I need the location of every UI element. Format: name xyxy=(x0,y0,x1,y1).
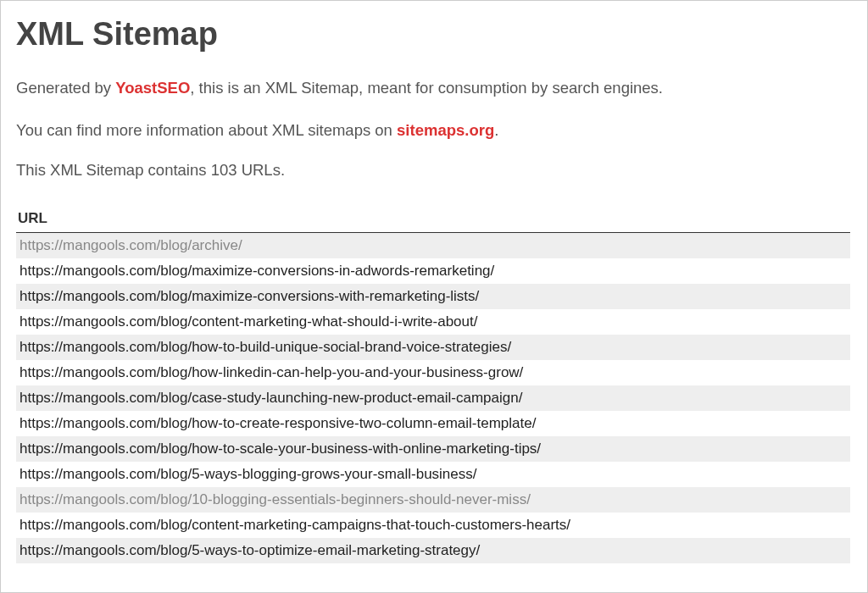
intro2-prefix: You can find more information about XML … xyxy=(16,121,397,139)
url-cell: https://mangools.com/blog/maximize-conve… xyxy=(16,284,850,309)
table-row: https://mangools.com/blog/content-market… xyxy=(16,309,850,335)
table-row: https://mangools.com/blog/5-ways-bloggin… xyxy=(16,462,850,487)
url-cell: https://mangools.com/blog/how-to-scale-y… xyxy=(16,436,850,462)
sitemap-url-link[interactable]: https://mangools.com/blog/how-to-create-… xyxy=(19,415,536,431)
table-row: https://mangools.com/blog/case-study-lau… xyxy=(16,385,850,411)
url-cell: https://mangools.com/blog/maximize-conve… xyxy=(16,258,850,284)
sitemap-url-link[interactable]: https://mangools.com/blog/10-blogging-es… xyxy=(19,491,531,507)
table-row: https://mangools.com/blog/maximize-conve… xyxy=(16,284,850,309)
url-cell: https://mangools.com/blog/5-ways-to-opti… xyxy=(16,538,850,563)
sitemap-url-link[interactable]: https://mangools.com/blog/how-linkedin-c… xyxy=(19,364,523,380)
intro-middle: , this is an XML Sitemap, meant for cons… xyxy=(190,79,663,97)
url-cell: https://mangools.com/blog/how-to-build-u… xyxy=(16,335,850,360)
url-cell: https://mangools.com/blog/content-market… xyxy=(16,309,850,335)
sitemap-url-link[interactable]: https://mangools.com/blog/maximize-conve… xyxy=(19,263,494,279)
url-cell: https://mangools.com/blog/content-market… xyxy=(16,513,850,538)
table-row: https://mangools.com/blog/5-ways-to-opti… xyxy=(16,538,850,563)
table-header-url: URL xyxy=(16,205,850,233)
url-count-line: This XML Sitemap contains 103 URLs. xyxy=(16,161,850,180)
sitemap-table: URL https://mangools.com/blog/archive/ht… xyxy=(16,205,850,563)
sitemap-url-link[interactable]: https://mangools.com/blog/how-to-scale-y… xyxy=(19,441,541,457)
sitemap-url-link[interactable]: https://mangools.com/blog/5-ways-to-opti… xyxy=(19,542,480,558)
sitemap-url-link[interactable]: https://mangools.com/blog/archive/ xyxy=(19,237,242,253)
sitemap-url-link[interactable]: https://mangools.com/blog/maximize-conve… xyxy=(19,288,479,304)
yoastseo-link[interactable]: YoastSEO xyxy=(115,79,190,97)
table-row: https://mangools.com/blog/maximize-conve… xyxy=(16,258,850,284)
url-cell: https://mangools.com/blog/5-ways-bloggin… xyxy=(16,462,850,487)
table-row: https://mangools.com/blog/how-to-create-… xyxy=(16,411,850,436)
table-row: https://mangools.com/blog/content-market… xyxy=(16,513,850,538)
table-row: https://mangools.com/blog/archive/ xyxy=(16,232,850,258)
sitemap-table-body: https://mangools.com/blog/archive/https:… xyxy=(16,232,850,563)
url-cell: https://mangools.com/blog/archive/ xyxy=(16,232,850,258)
table-row: https://mangools.com/blog/how-to-scale-y… xyxy=(16,436,850,462)
sitemap-url-link[interactable]: https://mangools.com/blog/case-study-lau… xyxy=(19,390,522,406)
sitemap-url-link[interactable]: https://mangools.com/blog/content-market… xyxy=(19,517,570,533)
url-cell: https://mangools.com/blog/how-to-create-… xyxy=(16,411,850,436)
sitemap-container: XML Sitemap Generated by YoastSEO, this … xyxy=(1,1,867,563)
page-title: XML Sitemap xyxy=(16,16,850,53)
table-row: https://mangools.com/blog/how-to-build-u… xyxy=(16,335,850,360)
sitemap-url-link[interactable]: https://mangools.com/blog/5-ways-bloggin… xyxy=(19,466,477,482)
table-row: https://mangools.com/blog/how-linkedin-c… xyxy=(16,360,850,385)
sitemaps-org-link[interactable]: sitemaps.org xyxy=(397,121,494,139)
intro2-suffix: . xyxy=(494,121,498,139)
table-row: https://mangools.com/blog/10-blogging-es… xyxy=(16,487,850,513)
intro-line-1: Generated by YoastSEO, this is an XML Si… xyxy=(16,76,850,100)
intro-prefix: Generated by xyxy=(16,79,115,97)
url-cell: https://mangools.com/blog/how-linkedin-c… xyxy=(16,360,850,385)
sitemap-url-link[interactable]: https://mangools.com/blog/how-to-build-u… xyxy=(19,339,511,355)
intro-line-2: You can find more information about XML … xyxy=(16,119,850,142)
url-cell: https://mangools.com/blog/10-blogging-es… xyxy=(16,487,850,513)
sitemap-url-link[interactable]: https://mangools.com/blog/content-market… xyxy=(19,313,477,330)
url-cell: https://mangools.com/blog/case-study-lau… xyxy=(16,385,850,411)
